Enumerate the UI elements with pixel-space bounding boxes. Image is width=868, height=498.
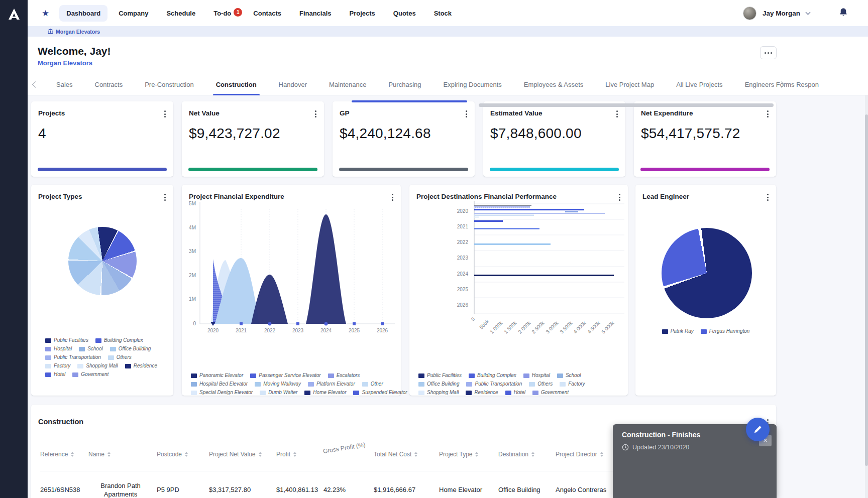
kpi-value: 4: [38, 126, 46, 142]
tab-all-live-projects[interactable]: All Live Projects: [676, 74, 722, 95]
chart-menu-kebab-icon[interactable]: [766, 192, 770, 202]
svg-text:0: 0: [193, 321, 196, 326]
lead-engineer-pie-chart: [662, 228, 752, 318]
svg-text:2020: 2020: [457, 208, 469, 214]
svg-text:2022: 2022: [457, 239, 469, 245]
tab-expiring-documents[interactable]: Expiring Documents: [443, 74, 501, 95]
user-avatar[interactable]: [743, 7, 756, 20]
column-header-name[interactable]: Name: [88, 451, 153, 458]
section-tabs: Sales Contracts Pre-Construction Constru…: [28, 74, 868, 95]
svg-text:2021: 2021: [236, 328, 247, 333]
breadcrumb-company[interactable]: Morgan Elevators: [56, 29, 100, 35]
main-nav: Dashboard Company Schedule To-do 1 Conta…: [59, 5, 459, 22]
cell-project-type: Home Elevator: [439, 486, 494, 493]
svg-text:2025: 2025: [457, 287, 469, 292]
tab-construction[interactable]: Construction: [216, 74, 257, 95]
svg-text:5 000k: 5 000k: [600, 320, 615, 335]
left-rail: [0, 0, 28, 498]
cell-postcode: P5 9PD: [157, 486, 205, 493]
column-header-gross-profit[interactable]: Gross Profit (%): [322, 441, 369, 455]
project-types-legend: Public Facilities Building Complex Hospi…: [45, 337, 164, 380]
column-header-project-director[interactable]: Project Director: [556, 451, 615, 458]
app-logo-icon[interactable]: [0, 0, 28, 28]
kpi-menu-kebab-icon[interactable]: [163, 109, 167, 119]
tab-maintenance[interactable]: Maintenance: [329, 74, 366, 95]
nav-item-dashboard[interactable]: Dashboard: [59, 5, 107, 22]
kpi-menu-kebab-icon[interactable]: [615, 109, 619, 119]
nav-item-quotes[interactable]: Quotes: [386, 5, 423, 22]
kpi-card-net-expenditure: Net Expenditure $54,417,575.72: [634, 101, 776, 177]
lead-engineer-card: Lead Engineer Patrik Ray Fergus Harringt…: [635, 185, 776, 396]
vertical-scrollbar[interactable]: [865, 114, 868, 466]
kpi-value: $4,240,124.68: [340, 126, 431, 142]
svg-text:4 000k: 4 000k: [572, 320, 587, 335]
project-types-card: Project Types Public Facilities Building…: [31, 185, 173, 396]
svg-text:2020: 2020: [207, 328, 219, 333]
breadcrumb: Morgan Elevators: [28, 26, 868, 37]
chart-title: Lead Engineer: [642, 193, 689, 200]
column-header-total-net-cost[interactable]: Total Net Cost: [374, 451, 435, 458]
project-types-pie-chart: [68, 227, 137, 295]
kpi-color-bar: [188, 168, 317, 171]
svg-text:2025: 2025: [349, 328, 360, 333]
lead-engineer-legend: Patrik Ray Fergus Harrington: [635, 328, 776, 337]
column-header-postcode[interactable]: Postcode: [157, 451, 205, 458]
tab-contracts[interactable]: Contracts: [95, 74, 123, 95]
toast-updated-text: Updated 23/10/2020: [632, 444, 689, 451]
toast-title: Construction - Finishes: [622, 431, 768, 439]
cell-project-net-value: $3,317,527.80: [209, 486, 272, 493]
chart-menu-kebab-icon[interactable]: [163, 192, 167, 202]
nav-item-contacts[interactable]: Contacts: [246, 5, 288, 22]
tab-pre-construction[interactable]: Pre-Construction: [145, 74, 194, 95]
destinations-card: Project Destinations Financial Performan…: [409, 185, 628, 396]
nav-item-stock[interactable]: Stock: [427, 5, 459, 22]
svg-text:4 500k: 4 500k: [586, 320, 601, 335]
svg-text:2023: 2023: [457, 255, 469, 261]
svg-text:500k: 500k: [478, 318, 490, 330]
kpi-title: Estimated Value: [490, 109, 542, 117]
dashboard-page: ★ Dashboard Company Schedule To-do 1 Con…: [0, 0, 868, 498]
nav-item-todo[interactable]: To-do 1: [206, 5, 238, 22]
kpi-title: Projects: [38, 109, 65, 117]
svg-text:2023: 2023: [292, 328, 304, 333]
user-menu-chevron-down-icon[interactable]: [806, 10, 811, 15]
svg-text:2024: 2024: [320, 328, 332, 333]
kpi-title: Net Expenditure: [641, 109, 693, 117]
tab-employees-assets[interactable]: Employees & Assets: [524, 74, 584, 95]
tab-purchasing[interactable]: Purchasing: [388, 74, 421, 95]
tab-handover[interactable]: Handover: [279, 74, 307, 95]
company-link[interactable]: Morgan Elevators: [38, 59, 92, 67]
kpi-value: $9,423,727.02: [189, 126, 280, 142]
nav-item-schedule[interactable]: Schedule: [159, 5, 202, 22]
column-header-profit[interactable]: Profit: [276, 451, 319, 458]
horizontal-scrollbar[interactable]: [479, 103, 774, 107]
edit-fab-button[interactable]: [746, 418, 770, 441]
kpi-card-net-value: Net Value $9,423,727.02: [182, 101, 324, 177]
svg-text:2024: 2024: [457, 271, 469, 277]
column-header-destination[interactable]: Destination: [498, 451, 552, 458]
clock-icon: [622, 444, 629, 451]
nav-item-company[interactable]: Company: [112, 5, 155, 22]
expenditure-legend: Panoramic Elevator Passenger Service Ele…: [191, 372, 392, 398]
nav-item-projects[interactable]: Projects: [343, 5, 382, 22]
column-header-project-net-value[interactable]: Project Net Value: [209, 451, 272, 458]
kpi-value: $54,417,575.72: [641, 126, 740, 142]
svg-text:3 500k: 3 500k: [559, 320, 574, 335]
svg-text:1 500k: 1 500k: [503, 320, 518, 335]
kpi-menu-kebab-icon[interactable]: [313, 109, 318, 119]
column-header-reference[interactable]: Reference: [40, 451, 84, 458]
nav-item-financials[interactable]: Financials: [292, 5, 339, 22]
user-name[interactable]: Jay Morgan: [763, 10, 800, 17]
svg-text:0: 0: [470, 316, 476, 322]
header-more-button[interactable]: [760, 46, 777, 59]
kpi-card-gp: GP $4,240,124.68: [333, 101, 475, 177]
notifications-bell-icon[interactable]: [839, 8, 848, 19]
tab-sales[interactable]: Sales: [56, 74, 73, 95]
column-header-project-type[interactable]: Project Type: [439, 451, 494, 458]
tabs-scrollbar[interactable]: [352, 100, 467, 102]
tab-live-project-map[interactable]: Live Project Map: [605, 74, 654, 95]
kpi-menu-kebab-icon[interactable]: [766, 109, 770, 119]
favorites-star-icon[interactable]: ★: [42, 8, 49, 19]
kpi-menu-kebab-icon[interactable]: [464, 109, 469, 119]
kpi-card-projects: Projects 4: [31, 101, 173, 177]
